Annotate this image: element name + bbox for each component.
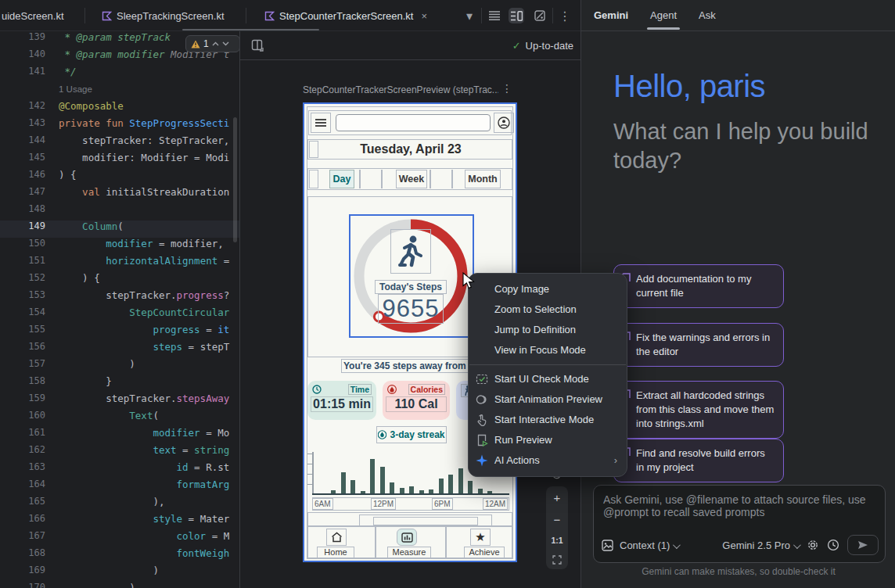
code-line[interactable]: 154 StepCountCircular	[0, 307, 239, 324]
code-line[interactable]: 162 text = string	[0, 444, 239, 461]
code-text: ) {	[52, 169, 77, 186]
code-line[interactable]: 170 )	[0, 582, 239, 588]
tab-sleeptrackingscreen[interactable]: SleepTrackingScreen.kt	[102, 0, 225, 31]
send-button[interactable]	[847, 535, 879, 555]
zoom-fit-icon[interactable]	[552, 555, 562, 565]
code-line[interactable]: 141 */	[0, 66, 239, 83]
next-warning-icon[interactable]	[222, 41, 229, 46]
chevron-down-icon[interactable]: ▾	[462, 8, 477, 23]
code-line[interactable]: 163 id = R.st	[0, 461, 239, 479]
zoom-in-button[interactable]: +	[554, 492, 561, 504]
menu-item-start-interactive-mode[interactable]: Start Interactive Mode	[469, 410, 627, 430]
nav-label-achieve[interactable]: Achieve	[464, 547, 505, 558]
suggestion-card[interactable]: Extract all hardcoded strings from this …	[613, 381, 784, 439]
tab-stepcountertrackerscreen[interactable]: StepCounterTrackerScreen.kt ×	[264, 0, 427, 31]
tab-agent[interactable]: Agent	[650, 0, 677, 31]
suggestion-card[interactable]: Add documentation to my current file	[613, 264, 784, 308]
attach-image-icon[interactable]	[602, 540, 613, 551]
menu-item-copy-image[interactable]: Copy Image	[469, 279, 627, 299]
preview-more-icon[interactable]: ⋮	[501, 82, 512, 95]
code-line[interactable]: 169 )	[0, 565, 239, 582]
menu-item-label: Start Interactive Mode	[494, 414, 594, 425]
toolbar-separator	[552, 8, 553, 23]
home-icon[interactable]	[326, 529, 347, 546]
code-line[interactable]: 161 modifier = Mo	[0, 427, 239, 444]
code-line[interactable]: 164 formatArg	[0, 479, 239, 496]
code-line[interactable]: 146) {	[0, 169, 239, 186]
menu-item-label: Start UI Check Mode	[494, 373, 589, 385]
list-view-icon[interactable]	[487, 8, 502, 23]
date-nav-box[interactable]	[309, 141, 318, 158]
zoom-actual-button[interactable]: 1:1	[551, 536, 563, 545]
design-view-icon[interactable]	[532, 8, 548, 23]
gemini-input-box[interactable]: Context (1) Gemini 2.5 Pro	[593, 485, 886, 563]
menu-separator	[469, 364, 626, 365]
code-line[interactable]: 147 val initialStreakDuration	[0, 186, 239, 203]
close-icon[interactable]: ×	[421, 10, 427, 22]
period-tab-day[interactable]: Day	[329, 170, 354, 188]
code-line[interactable]: 151 horizontalAlignment =	[0, 255, 239, 272]
preview-layout-icon[interactable]	[251, 39, 264, 52]
line-number: 162	[0, 444, 52, 461]
editor-scrollbar[interactable]	[233, 117, 237, 242]
code-line[interactable]: 160 Text(	[0, 410, 239, 427]
model-selector[interactable]: Gemini 2.5 Pro	[722, 540, 799, 551]
inspection-widget[interactable]: 1	[185, 35, 240, 52]
preview-context-menu: Copy ImageZoom to SelectionJump to Defin…	[468, 273, 627, 477]
menu-item-ai-actions[interactable]: AI Actions›	[469, 450, 627, 471]
achieve-star-icon[interactable]: ★	[470, 529, 491, 546]
menu-item-start-ui-check-mode[interactable]: Start UI Check Mode	[469, 369, 627, 389]
code-line[interactable]: 157 )	[0, 358, 239, 375]
search-input[interactable]	[336, 114, 491, 131]
code-line[interactable]: 144 stepTracker: StepTracker,	[0, 134, 239, 152]
code-line[interactable]: 167 color = M	[0, 530, 239, 547]
check-icon: ✓	[512, 40, 521, 52]
code-line[interactable]: 148	[0, 203, 239, 220]
period-tab-week[interactable]: Week	[396, 170, 427, 188]
more-options-icon[interactable]: ⋮	[557, 8, 573, 23]
code-line[interactable]: 155 progress = it	[0, 324, 239, 341]
menu-item-jump-to-definition[interactable]: Jump to Definition	[469, 320, 627, 340]
tab-guidescreen[interactable]: uideScreen.kt	[2, 0, 64, 31]
preview-title[interactable]: StepCounterTrackerScreenPreview (stepTra…	[303, 84, 498, 95]
zoom-out-button[interactable]: −	[554, 514, 561, 525]
code-line[interactable]: 1 Usage	[0, 83, 239, 100]
line-number: 144	[0, 134, 52, 152]
code-line[interactable]: 142@Composable	[0, 100, 239, 117]
code-line[interactable]: 159 stepTracker.stepsAway	[0, 393, 239, 410]
nav-label-home[interactable]: Home	[317, 547, 354, 558]
code-line[interactable]: 156 steps = stepT	[0, 341, 239, 358]
menu-item-run-preview[interactable]: Run Preview	[469, 430, 627, 450]
code-line[interactable]: 149 Column(	[0, 220, 239, 238]
prev-warning-icon[interactable]	[212, 41, 219, 46]
tab-scroll-indicator[interactable]	[182, 29, 319, 30]
code-line[interactable]: 145 modifier: Modifier = Modi	[0, 152, 239, 169]
code-line[interactable]: 153 stepTracker.progress?	[0, 289, 239, 307]
stat-card-calories[interactable]: Calories 110 Cal	[383, 381, 450, 420]
measure-chart-icon[interactable]	[397, 529, 417, 546]
period-tab-month[interactable]: Month	[465, 170, 501, 188]
suggestion-card[interactable]: Find and resolve build errors in my proj…	[613, 439, 784, 482]
gear-icon[interactable]	[807, 539, 819, 551]
code-line[interactable]: 168 fontWeigh	[0, 547, 239, 565]
suggestion-card[interactable]: Fix the warnings and errors in the edito…	[613, 323, 784, 367]
menu-hamburger-icon[interactable]	[311, 113, 331, 133]
nav-label-measure[interactable]: Measure	[387, 547, 431, 558]
code-editor[interactable]: 139 * @param stepTrack140 * @param modif…	[0, 31, 239, 588]
menu-item-start-animation-preview[interactable]: Start Animation Preview	[469, 389, 627, 410]
prompt-input[interactable]	[603, 493, 877, 534]
code-line[interactable]: 166 style = Mater	[0, 513, 239, 530]
stat-card-time[interactable]: Time 01:15 min	[307, 381, 376, 420]
code-line[interactable]: 143private fun StepProgressSecti	[0, 117, 239, 134]
menu-item-view-in-focus-mode[interactable]: View in Focus Mode	[469, 340, 627, 360]
history-clock-icon[interactable]	[827, 539, 839, 551]
code-line[interactable]: 165 ),	[0, 496, 239, 513]
code-line[interactable]: 150 modifier = modifier,	[0, 238, 239, 255]
split-view-icon[interactable]	[509, 8, 524, 23]
code-line[interactable]: 158 }	[0, 375, 239, 393]
tab-ask[interactable]: Ask	[699, 0, 716, 31]
menu-item-zoom-to-selection[interactable]: Zoom to Selection	[469, 299, 627, 320]
code-line[interactable]: 152 ) {	[0, 272, 239, 289]
account-icon[interactable]	[494, 113, 514, 133]
context-selector[interactable]: Context (1)	[620, 540, 678, 551]
